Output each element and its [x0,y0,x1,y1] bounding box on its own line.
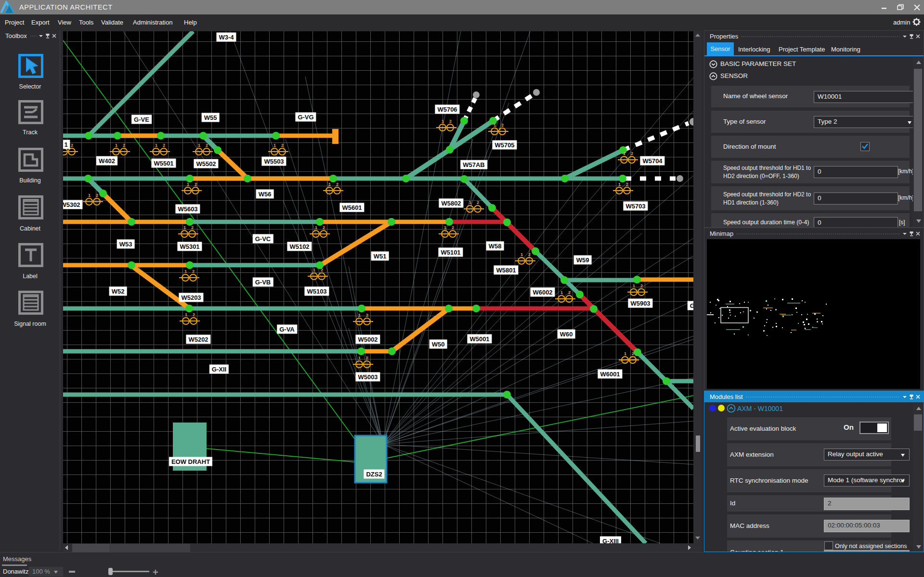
svg-text:1: 1 [358,313,361,318]
svg-text:1: 1 [313,268,315,272]
svg-text:1: 1 [187,182,189,187]
svg-text:1: 1 [494,123,496,128]
svg-text:2: 2 [336,182,338,187]
svg-text:1: 1 [560,290,563,295]
svg-text:2: 2 [96,193,98,198]
svg-text:1: 1 [273,143,276,148]
svg-text:2: 2 [195,182,197,187]
svg-text:2: 2 [640,283,643,288]
svg-text:1: 1 [155,143,157,148]
svg-text:2: 2 [321,268,323,272]
svg-text:2: 2 [193,312,195,317]
svg-text:2: 2 [632,351,634,356]
svg-text:1: 1 [469,200,471,205]
svg-text:2: 2 [449,119,452,124]
svg-text:2: 2 [477,200,479,205]
svg-text:1: 1 [444,225,446,230]
svg-text:2: 2 [71,143,73,148]
svg-text:2: 2 [528,252,531,257]
svg-text:1: 1 [184,269,187,274]
svg-text:1: 1 [88,193,91,198]
svg-text:1: 1 [358,356,361,360]
svg-text:1: 1 [623,151,625,156]
svg-text:1: 1 [328,182,331,187]
svg-text:2: 2 [192,269,195,274]
svg-text:2: 2 [191,225,194,230]
svg-text:1: 1 [633,283,635,288]
svg-text:2: 2 [568,290,571,295]
svg-text:2: 2 [366,356,368,360]
svg-text:2: 2 [631,151,633,156]
svg-text:1: 1 [115,143,117,148]
svg-text:2: 2 [323,225,325,230]
svg-text:2: 2 [281,143,284,148]
svg-text:1: 1 [624,351,626,356]
svg-text:2: 2 [366,313,368,318]
svg-text:1: 1 [521,252,523,257]
svg-text:2: 2 [163,143,165,148]
svg-text:2: 2 [626,182,628,187]
svg-text:1: 1 [185,312,187,317]
svg-text:2: 2 [452,225,454,230]
svg-text:2: 2 [123,143,125,148]
svg-text:2: 2 [501,123,504,128]
svg-text:1: 1 [442,119,444,124]
svg-text:2: 2 [206,143,208,148]
svg-text:1: 1 [618,182,621,187]
svg-text:1: 1 [183,225,186,230]
svg-text:1: 1 [315,225,317,230]
svg-text:1: 1 [198,143,200,148]
